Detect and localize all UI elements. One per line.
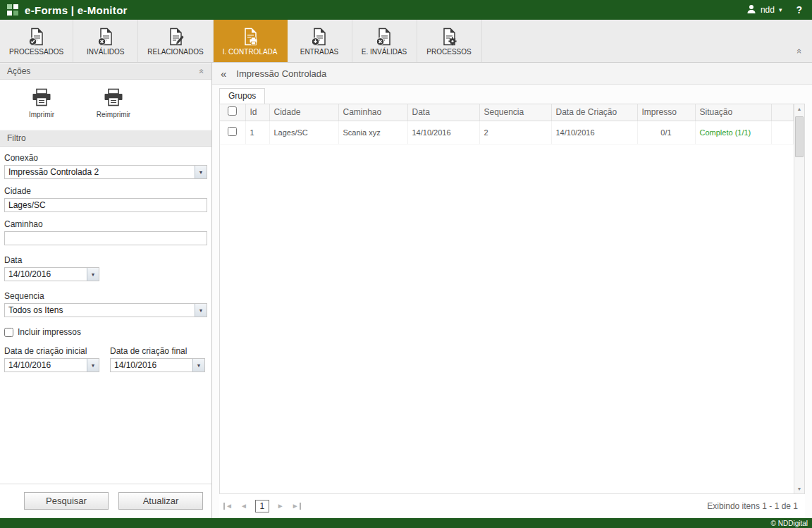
results-grid: Id Cidade Caminhao Data Sequencia Data d… <box>219 104 805 493</box>
data-value: 14/10/2016 <box>5 268 87 281</box>
module-toolbar: PROCESSADOS INVÁLIDOS RELACIONADOS <box>0 20 812 63</box>
app-title: e-Forms | e-Monitor <box>25 4 128 16</box>
column-header-cidade[interactable]: Cidade <box>269 104 338 121</box>
column-header-caminhao[interactable]: Caminhao <box>338 104 407 121</box>
doc-in-icon <box>310 27 328 46</box>
sequencia-field: Sequencia Todos os Itens ▼ <box>4 291 207 317</box>
data-criacao-final-value: 14/10/2016 <box>111 359 192 372</box>
dropdown-arrow-icon[interactable]: ▼ <box>87 268 99 281</box>
doc-in-invalid-icon <box>375 27 393 46</box>
toolbar-tab-processados[interactable]: PROCESSADOS <box>0 20 73 62</box>
data-criacao-final-select[interactable]: 14/10/2016 ▼ <box>110 358 205 372</box>
select-all-checkbox[interactable] <box>228 106 237 116</box>
doc-edit-icon <box>166 27 185 46</box>
data-criacao-inicial-field: Data de criação inicial 14/10/2016 ▼ <box>4 346 102 372</box>
column-header-data[interactable]: Data <box>407 104 479 121</box>
data-criacao-inicial-value: 14/10/2016 <box>5 359 87 372</box>
imprimir-label: Imprimir <box>29 111 54 118</box>
column-header-sequencia[interactable]: Sequencia <box>479 104 551 121</box>
reimprimir-button[interactable]: Reimprimir <box>90 88 137 118</box>
back-chevron-icon[interactable]: « <box>221 68 226 80</box>
toolbar-tab-label: PROCESSOS <box>426 48 471 56</box>
doc-gear-icon <box>440 27 458 46</box>
user-menu[interactable]: ndd ▾ <box>746 4 782 16</box>
tab-grupos[interactable]: Grupos <box>219 88 265 104</box>
topbar-right: ndd ▾ ? <box>746 4 805 16</box>
toolbar-collapse-icon[interactable]: « <box>794 49 805 54</box>
table-header-row: Id Cidade Caminhao Data Sequencia Data d… <box>220 104 794 121</box>
sidebar: Ações « Imprimir <box>0 63 212 518</box>
data-criacao-final-label: Data de criação final <box>110 346 207 356</box>
app-logo-icon <box>7 4 19 16</box>
pagination-first-button[interactable]: ◄ <box>223 503 233 510</box>
toolbar-tab-invalidos[interactable]: INVÁLIDOS <box>73 20 138 62</box>
caminhao-input[interactable] <box>4 231 207 245</box>
results-table: Id Cidade Caminhao Data Sequencia Data d… <box>220 104 794 145</box>
cell-cidade: Lages/SC <box>269 121 338 144</box>
scrollbar-thumb[interactable] <box>795 116 804 157</box>
toolbar-tab-label: PROCESSADOS <box>9 48 63 56</box>
dropdown-arrow-icon[interactable]: ▼ <box>195 304 207 317</box>
data-criacao-row: Data de criação inicial 14/10/2016 ▼ Dat… <box>4 346 207 379</box>
filter-form: Conexão Impressão Controlada 2 ▼ Cidade … <box>0 147 211 484</box>
toolbar-tab-label: INVÁLIDOS <box>87 48 124 56</box>
cell-data: 14/10/2016 <box>407 121 479 144</box>
cidade-input[interactable] <box>4 198 207 212</box>
toolbar-tab-label: RELACIONADOS <box>147 48 203 56</box>
toolbar-tab-i-controlada[interactable]: I. CONTROLADA <box>214 20 288 62</box>
toolbar-tab-processos[interactable]: PROCESSOS <box>417 20 482 62</box>
pagination-last-button[interactable]: ► <box>292 503 301 510</box>
caminhao-label: Caminhao <box>4 219 207 229</box>
row-checkbox-cell <box>220 121 245 144</box>
cell-impresso: 0/1 <box>637 121 695 144</box>
imprimir-button[interactable]: Imprimir <box>18 88 65 118</box>
sequencia-select[interactable]: Todos os Itens ▼ <box>4 303 207 317</box>
toolbar-tab-e-invalidas[interactable]: E. INVÁLIDAS <box>352 20 417 62</box>
dropdown-arrow-icon[interactable]: ▼ <box>192 359 204 372</box>
column-header-id[interactable]: Id <box>245 104 269 121</box>
pagination-prev-button[interactable]: ◄ <box>240 503 247 510</box>
table-row[interactable]: 1 Lages/SC Scania xyz 14/10/2016 2 14/10… <box>220 121 794 144</box>
actions-panel-header: Ações « <box>0 63 211 80</box>
sequencia-value: Todos os Itens <box>5 304 195 317</box>
row-checkbox[interactable] <box>228 127 237 136</box>
column-header-spacer <box>771 104 794 121</box>
content: Ações « Imprimir <box>0 63 812 518</box>
pagination-next-button[interactable]: ► <box>277 503 284 510</box>
data-criacao-inicial-select[interactable]: 14/10/2016 ▼ <box>4 358 99 372</box>
scroll-up-icon[interactable]: ▲ <box>797 106 802 111</box>
caminhao-field: Caminhao <box>4 219 207 245</box>
user-name: ndd <box>761 5 775 15</box>
help-button[interactable]: ? <box>796 4 805 16</box>
column-header-situacao[interactable]: Situação <box>695 104 771 121</box>
toolbar-tab-label: I. CONTROLADA <box>223 48 278 56</box>
conexao-field: Conexão Impressão Controlada 2 ▼ <box>4 153 207 179</box>
atualizar-button[interactable]: Atualizar <box>118 492 203 510</box>
toolbar-tab-entradas[interactable]: ENTRADAS <box>288 20 352 62</box>
cell-data-criacao: 14/10/2016 <box>551 121 637 144</box>
incluir-impressos-checkbox[interactable] <box>4 328 13 337</box>
scroll-down-icon[interactable]: ▼ <box>797 486 802 491</box>
conexao-value: Impressão Controlada 2 <box>5 166 195 178</box>
doc-check-icon <box>27 27 46 46</box>
pagination-current-page[interactable]: 1 <box>255 500 269 512</box>
incluir-impressos-row: Incluir impressos <box>4 327 207 337</box>
actions-collapse-icon[interactable]: « <box>197 69 207 74</box>
dropdown-arrow-icon[interactable]: ▼ <box>87 359 99 372</box>
data-select[interactable]: 14/10/2016 ▼ <box>4 267 99 281</box>
pesquisar-button[interactable]: Pesquisar <box>24 492 109 510</box>
column-header-data-criacao[interactable]: Data de Criação <box>551 104 637 121</box>
page-title: Impressão Controlada <box>236 68 326 79</box>
incluir-impressos-label: Incluir impressos <box>18 327 81 337</box>
toolbar-tab-relacionados[interactable]: RELACIONADOS <box>138 20 213 62</box>
header-checkbox-cell <box>220 104 245 121</box>
tabstrip: Grupos <box>212 85 812 104</box>
dropdown-arrow-icon[interactable]: ▼ <box>195 166 207 178</box>
printer-icon <box>102 88 125 109</box>
cell-spacer <box>771 121 794 144</box>
vertical-scrollbar[interactable]: ▲ ▼ <box>794 104 804 493</box>
pagination-bar: ◄ ◄ 1 ► ► Exibindo itens 1 - 1 de 1 <box>219 493 805 518</box>
cell-id: 1 <box>245 121 269 144</box>
column-header-impresso[interactable]: Impresso <box>637 104 695 121</box>
conexao-select[interactable]: Impressão Controlada 2 ▼ <box>4 165 207 179</box>
